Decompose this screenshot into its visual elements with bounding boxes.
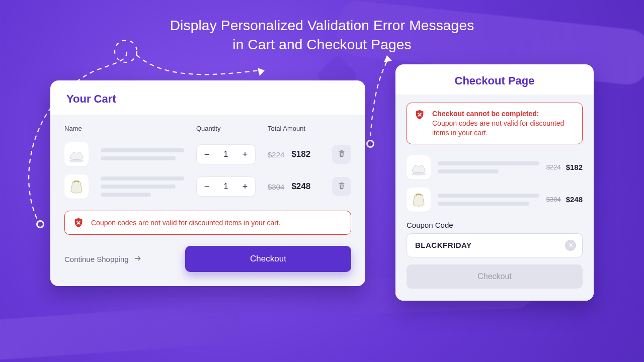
price-old: $224 (546, 163, 561, 171)
product-name-placeholder (438, 194, 539, 206)
coupon-value: BLACKFRIDAY (415, 241, 560, 249)
checkout-error-title: Checkout cannot be completed: (432, 109, 575, 119)
close-icon: ✕ (568, 241, 574, 249)
qty-decrement[interactable]: − (197, 145, 217, 164)
headline-line2: in Cart and Checkout Pages (232, 37, 411, 52)
cart-error-text: Coupon codes are not valid for discounte… (91, 219, 281, 227)
checkout-card: Checkout Page Checkout cannot be complet… (395, 64, 594, 301)
col-name: Name (64, 125, 184, 132)
col-total: Total Amount (268, 125, 351, 132)
qty-value: 1 (217, 182, 235, 191)
continue-shopping-link[interactable]: Continue Shopping (64, 254, 142, 264)
marker-dot (36, 220, 44, 228)
cart-row: − 1 + $304 $248 (64, 170, 351, 203)
coupon-input[interactable]: BLACKFRIDAY ✕ (407, 233, 583, 257)
price-new: $248 (566, 195, 583, 204)
continue-shopping-label: Continue Shopping (64, 255, 129, 263)
price-old: $304 (546, 196, 561, 203)
quantity-stepper[interactable]: − 1 + (196, 176, 256, 197)
checkout-item-row: $304 $248 (407, 184, 583, 216)
qty-increment[interactable]: + (235, 145, 255, 164)
checkout-button-disabled: Checkout (407, 264, 583, 289)
error-shield-icon (73, 217, 84, 228)
product-name-placeholder (101, 148, 184, 160)
headline-line1: Display Personalized Validation Error Me… (170, 18, 474, 33)
price-new: $182 (291, 149, 310, 159)
checkout-item-row: $224 $182 (407, 151, 583, 184)
cart-row: − 1 + $224 $182 (64, 138, 351, 170)
checkout-error-body: Coupon codes are not valid for discounte… (432, 119, 575, 138)
cart-error-banner: Coupon codes are not valid for discounte… (64, 211, 351, 235)
error-shield-icon (414, 109, 425, 120)
price-old: $304 (268, 183, 284, 191)
trash-icon (338, 182, 346, 192)
remove-item-button[interactable] (332, 145, 351, 164)
product-thumb (64, 174, 89, 199)
product-thumb (407, 188, 431, 212)
cart-title: Your Cart (50, 80, 365, 115)
price-new: $182 (566, 163, 583, 171)
cart-card: Your Cart Name Quantity Total Amount − 1… (50, 80, 365, 286)
price-new: $248 (291, 182, 310, 192)
checkout-title: Checkout Page (395, 64, 594, 95)
arrow-right-icon (134, 254, 142, 264)
trash-icon (338, 149, 346, 159)
qty-value: 1 (217, 150, 235, 159)
qty-increment[interactable]: + (235, 177, 255, 196)
checkout-button[interactable]: Checkout (185, 246, 351, 272)
product-thumb (64, 142, 89, 166)
col-qty: Quantity (196, 125, 256, 132)
quantity-stepper[interactable]: − 1 + (196, 144, 256, 164)
product-name-placeholder (101, 176, 184, 197)
qty-decrement[interactable]: − (197, 177, 217, 196)
page-headline: Display Personalized Validation Error Me… (0, 16, 644, 54)
product-name-placeholder (438, 161, 539, 173)
marker-dot (366, 140, 374, 148)
clear-coupon-button[interactable]: ✕ (565, 240, 576, 251)
price-old: $224 (268, 150, 284, 159)
product-thumb (407, 155, 431, 179)
checkout-error-banner: Checkout cannot be completed: Coupon cod… (407, 103, 583, 144)
coupon-label: Coupon Code (407, 221, 583, 229)
remove-item-button[interactable] (332, 177, 351, 196)
